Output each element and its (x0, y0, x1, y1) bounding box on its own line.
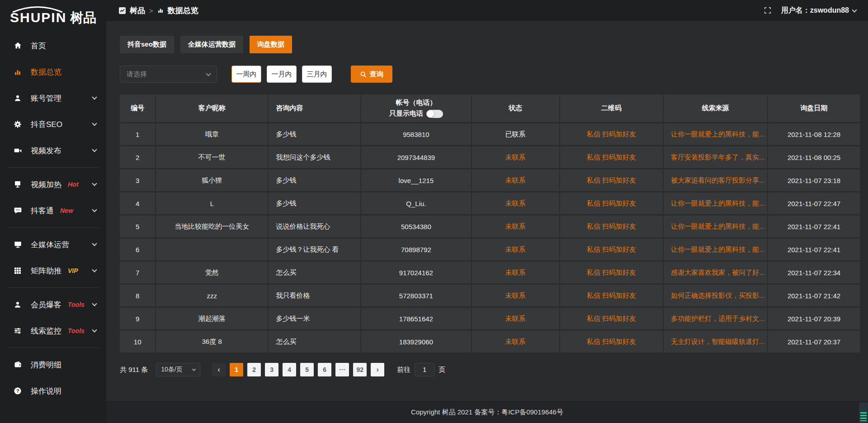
page-button-5[interactable]: 5 (300, 363, 314, 376)
sidebar-item-member-burst[interactable]: 会员爆客 Tools (0, 291, 106, 318)
cell-qrcode-link[interactable]: 私信 扫码加好友 (560, 331, 664, 354)
fullscreen-icon[interactable] (764, 7, 771, 14)
goto-page-input[interactable] (415, 363, 434, 376)
page-button-2[interactable]: 2 (247, 363, 261, 376)
sidebar-item-home[interactable]: 首页 (0, 33, 106, 59)
cell-source-link[interactable]: 被大家追着问的客厅投影分享... (664, 169, 768, 193)
query-button[interactable]: 查询 (351, 66, 392, 83)
cell-status: 未联系 (472, 262, 560, 285)
sidebar-item-omnimedia[interactable]: 全媒体运营 (0, 231, 106, 258)
cell-qrcode-link[interactable]: 私信 扫码加好友 (560, 123, 664, 146)
cell-source-link[interactable]: 多功能护栏灯，适用于乡村文... (664, 308, 768, 331)
chevron-down-icon (206, 71, 211, 76)
sidebar-item-label: 抖音SEO (31, 119, 62, 130)
cell-id: 7 (120, 262, 156, 285)
sidebar-item-matrix-boost[interactable]: 矩阵助推 VIP (0, 258, 106, 284)
next-page-button[interactable]: › (371, 363, 384, 376)
sidebar-item-label: 会员爆客 (31, 300, 61, 310)
account-header-label: 帐号（电话） (361, 99, 471, 107)
inquiry-table: 编号 客户昵称 咨询内容 帐号（电话） 只显示电话 状态 二维码 线索来源 (120, 94, 861, 354)
pagination: 共 911 条 10条/页 ‹ 1 2 3 4 5 6 ··· 92 › 前往 … (120, 363, 861, 376)
sidebar-item-spend-detail[interactable]: 消费明细 (0, 352, 106, 378)
cell-qrcode-link[interactable]: 私信 扫码加好友 (560, 308, 664, 331)
period-month-button[interactable]: 一月内 (267, 66, 297, 83)
sidebar-divider (7, 167, 99, 168)
page-button-4[interactable]: 4 (283, 363, 296, 376)
page-ellipsis-button[interactable]: ··· (335, 363, 349, 376)
toggle-knob (427, 110, 434, 118)
table-row: 2 不可一世 我想问这个多少钱 2097344839 未联系 私信 扫码加好友 … (120, 146, 861, 169)
cell-qrcode-link[interactable]: 私信 扫码加好友 (560, 262, 664, 285)
user-menu[interactable]: 用户名：zswodun88 (781, 6, 856, 15)
cell-account: love__1215 (361, 169, 472, 193)
content: 抖音seo数据 全媒体运营数据 询盘数据 请选择 一周内 一月内 三月内 (106, 21, 868, 401)
cell-source-link[interactable]: 无主灯设计，智能磁吸轨道灯... (664, 331, 768, 354)
sidebar-item-account[interactable]: 账号管理 (0, 85, 106, 111)
page-button-3[interactable]: 3 (265, 363, 278, 376)
phone-only-toggle[interactable] (426, 110, 443, 118)
cell-nickname: 哦章 (156, 123, 269, 146)
cell-content: 我只看价格 (269, 285, 361, 308)
sidebar-item-video-publish[interactable]: 视频发布 (0, 137, 106, 164)
tab-inquiry-data[interactable]: 询盘数据 (250, 36, 292, 53)
filter-select[interactable]: 请选择 (120, 66, 217, 83)
page-button-92[interactable]: 92 (353, 363, 367, 376)
ime-widget (859, 402, 868, 423)
cell-content: 我想问这个多少钱 (269, 146, 361, 169)
sidebar-item-data-overview[interactable]: 数据总览 (0, 59, 106, 85)
copyright-text: Copyright 树品 2021 备案号：粤ICP备09019646号 (411, 408, 563, 417)
cell-qrcode-link[interactable]: 私信 扫码加好友 (560, 169, 664, 193)
chevron-down-icon (92, 267, 97, 272)
cell-source-link[interactable]: 让你一眼就爱上的黑科技，能... (664, 193, 768, 216)
page-button-1[interactable]: 1 (230, 363, 243, 376)
cell-date: 2021-11-07 20:37 (768, 331, 861, 354)
page-button-6[interactable]: 6 (318, 363, 331, 376)
breadcrumb-root[interactable]: 树品 (130, 5, 145, 16)
table-row: 4 L 多少钱 Q_Liu. 未联系 私信 扫码加好友 让你一眼就爱上的黑科技，… (120, 193, 861, 216)
sidebar-item-label: 账号管理 (31, 93, 61, 103)
chevron-down-icon (92, 181, 97, 186)
table-row: 1 哦章 多少钱 9583810 已联系 私信 扫码加好友 让你一眼就爱上的黑科… (120, 123, 861, 146)
cell-source-link[interactable]: 让你一眼就爱上的黑科技，能... (664, 123, 768, 146)
table-row: 10 36度 8 怎么买 183929060 未联系 私信 扫码加好友 无主灯设… (120, 331, 861, 354)
topbar: 树品 > 数据总览 用户名：zswodun88 (106, 0, 868, 21)
cell-qrcode-link[interactable]: 私信 扫码加好友 (560, 193, 664, 216)
cell-source-link[interactable]: 如何正确选择投影仪，买投影... (664, 285, 768, 308)
user-icon (14, 94, 24, 102)
sidebar-item-label: 视频加热 (31, 179, 61, 190)
prev-page-button[interactable]: ‹ (212, 363, 226, 376)
cell-source-link[interactable]: 客厅安装投影半年多了，真实... (664, 146, 768, 169)
cell-qrcode-link[interactable]: 私信 扫码加好友 (560, 216, 664, 239)
cell-nickname: 狐小狸 (156, 169, 269, 193)
home-icon (14, 42, 24, 50)
cell-content: 说说价格让我死心 (269, 216, 361, 239)
sidebar-item-video-heat[interactable]: 视频加热 Hot (0, 171, 106, 197)
filter-row: 请选择 一周内 一月内 三月内 查询 (120, 66, 861, 83)
cell-source-link[interactable]: 让你一眼就爱上的黑科技，能... (664, 216, 768, 239)
cell-id: 9 (120, 308, 156, 331)
chevron-down-icon (92, 301, 97, 306)
cell-date: 2021-11-07 22:41 (768, 239, 861, 262)
cell-qrcode-link[interactable]: 私信 扫码加好友 (560, 285, 664, 308)
sidebar-item-label: 视频发布 (31, 146, 61, 156)
cell-source-link[interactable]: 感谢大家喜欢我家，被问了好... (664, 262, 768, 285)
sidebar-item-douyin-seo[interactable]: 抖音SEO (0, 111, 106, 137)
period-week-button[interactable]: 一周内 (231, 66, 261, 83)
video-camera-icon (14, 146, 24, 155)
page-size-select[interactable]: 10条/页 (156, 363, 200, 376)
cell-date: 2021-11-07 22:47 (768, 193, 861, 216)
cell-status: 已联系 (472, 123, 560, 146)
sidebar-item-douketong[interactable]: 抖客通 New (0, 197, 106, 224)
cell-source-link[interactable]: 让你一眼就爱上的黑科技，能... (664, 239, 768, 262)
monitor-icon (14, 240, 24, 249)
tab-douyin-seo-data[interactable]: 抖音seo数据 (120, 36, 174, 53)
sidebar-item-label: 操作说明 (31, 386, 61, 396)
cell-account: 50534380 (361, 216, 472, 239)
cell-qrcode-link[interactable]: 私信 扫码加好友 (560, 146, 664, 169)
period-quarter-button[interactable]: 三月内 (302, 66, 332, 83)
tab-omnimedia-data[interactable]: 全媒体运营数据 (180, 36, 243, 53)
sidebar-item-help[interactable]: ? 操作说明 (0, 378, 106, 404)
sidebar-item-lead-monitor[interactable]: 线索监控 Tools (0, 318, 106, 344)
cell-date: 2021-11-07 21:42 (768, 285, 861, 308)
cell-qrcode-link[interactable]: 私信 扫码加好友 (560, 239, 664, 262)
